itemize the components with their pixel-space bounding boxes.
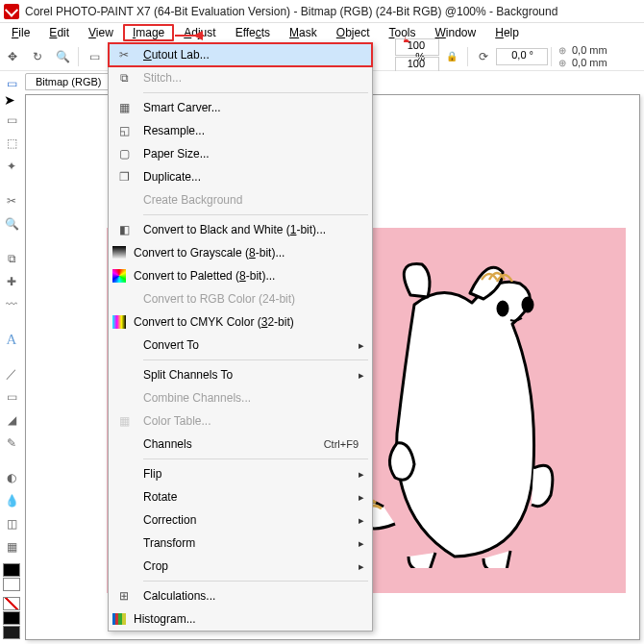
line-tool-icon[interactable]: ／ bbox=[3, 365, 20, 383]
bw-icon: ◧ bbox=[112, 221, 136, 238]
menu-split-channels[interactable]: Split Channels To bbox=[109, 363, 372, 386]
menu-combine-channels: Combine Channels... bbox=[109, 386, 372, 409]
menu-image[interactable]: Image bbox=[123, 24, 174, 41]
menu-channels[interactable]: Channels Ctrl+F9 bbox=[109, 433, 372, 456]
pointer-tool-icon[interactable]: ➤ bbox=[4, 92, 15, 108]
menu-convert-bw[interactable]: ◧ Convert to Black and White (1-bit)... bbox=[109, 218, 372, 241]
menu-calculations[interactable]: ⊞ Calculations... bbox=[109, 584, 372, 607]
offset-y[interactable]: 0,0 mm bbox=[568, 57, 611, 68]
offset-x[interactable]: 0,0 mm bbox=[568, 44, 611, 56]
menu-convert-rgb: Convert to RGB Color (24-bit) bbox=[109, 287, 372, 310]
marquee-icon[interactable]: ⬚ bbox=[3, 135, 20, 152]
annotation-arrow-1 bbox=[175, 35, 204, 37]
menu-convert-to[interactable]: Convert To bbox=[109, 334, 372, 357]
scissors-icon: ✂ bbox=[112, 46, 136, 63]
menu-duplicate[interactable]: ❐ Duplicate... bbox=[109, 165, 372, 188]
separator bbox=[551, 47, 552, 66]
rotate-icon[interactable]: ↻ bbox=[27, 46, 48, 67]
palette-icon bbox=[112, 269, 126, 283]
calculator-icon: ⊞ bbox=[112, 587, 136, 605]
swatch-black2[interactable] bbox=[3, 611, 20, 625]
app-icon bbox=[4, 4, 19, 19]
menu-histogram[interactable]: Histogram... bbox=[109, 607, 372, 631]
menu-effects[interactable]: Effects bbox=[226, 24, 280, 41]
separator bbox=[143, 581, 368, 582]
separator bbox=[143, 92, 368, 93]
offset-y-icon: ⊕ bbox=[558, 58, 566, 68]
image-menu-dropdown: ✂ Cutout Lab... ⧉ Stitch... ▦ Smart Carv… bbox=[108, 42, 373, 632]
stitch-icon: ⧉ bbox=[112, 69, 136, 87]
window-title: Corel PHOTO-PAINT X7 (64-Bit Evaluation … bbox=[25, 5, 557, 18]
text-tool-icon[interactable]: A bbox=[3, 331, 20, 348]
menu-smart-carver[interactable]: ▦ Smart Carver... bbox=[109, 96, 372, 119]
menu-help[interactable]: Help bbox=[485, 24, 529, 41]
crop-tool-icon[interactable]: ✂ bbox=[3, 192, 20, 210]
brush-tool-icon[interactable]: ✎ bbox=[3, 434, 20, 452]
shortcut: Ctrl+F9 bbox=[324, 438, 359, 450]
color-palette bbox=[2, 562, 23, 640]
menu-mask[interactable]: Mask bbox=[280, 24, 327, 41]
menu-edit[interactable]: Edit bbox=[39, 24, 79, 41]
menu-cutout-lab[interactable]: ✂ Cutout Lab... bbox=[109, 43, 372, 66]
cmyk-icon bbox=[112, 315, 126, 329]
menu-paper-size[interactable]: ▢ Paper Size... bbox=[109, 142, 372, 165]
menu-file[interactable]: File bbox=[2, 24, 39, 41]
rect-select-icon[interactable]: ▭ bbox=[3, 111, 20, 129]
swatch-black[interactable] bbox=[3, 563, 20, 577]
menu-convert-cmyk[interactable]: Convert to CMYK Color (32-bit) bbox=[109, 310, 372, 334]
menu-object[interactable]: Object bbox=[327, 24, 380, 41]
separator bbox=[143, 214, 368, 215]
document-tab[interactable]: Bitmap (RGB) bbox=[25, 73, 111, 90]
carver-icon: ▦ bbox=[112, 99, 136, 116]
titlebar: Corel PHOTO-PAINT X7 (64-Bit Evaluation … bbox=[0, 0, 644, 23]
lock-icon[interactable]: 🔒 bbox=[441, 46, 462, 67]
eraser-icon[interactable]: ◫ bbox=[3, 515, 20, 533]
svg-point-3 bbox=[523, 298, 533, 311]
separator bbox=[78, 47, 79, 66]
fill-tool-icon[interactable]: ◢ bbox=[3, 411, 20, 429]
resample-icon: ◱ bbox=[112, 122, 136, 139]
menu-transform[interactable]: Transform bbox=[109, 532, 372, 555]
zoom-tool-icon[interactable]: 🔍 bbox=[3, 215, 20, 233]
separator bbox=[143, 359, 368, 360]
offset-x-icon: ⊕ bbox=[558, 45, 566, 56]
eyedropper-icon[interactable]: 💧 bbox=[3, 492, 20, 509]
menu-flip[interactable]: Flip bbox=[109, 462, 372, 485]
menu-create-bg: Create Background bbox=[109, 188, 372, 211]
menu-color-table: ▦ Color Table... bbox=[109, 409, 372, 433]
separator bbox=[467, 47, 468, 66]
pick-tool-icon[interactable]: ▭ bbox=[3, 75, 20, 92]
histogram-icon bbox=[112, 613, 126, 625]
clone-tool-icon[interactable]: ⧉ bbox=[3, 250, 20, 267]
swatch-gray[interactable] bbox=[3, 626, 20, 639]
transparency-icon[interactable]: ◐ bbox=[3, 469, 20, 486]
heal-tool-icon[interactable]: ✚ bbox=[3, 273, 20, 290]
menu-crop[interactable]: Crop bbox=[109, 555, 372, 578]
menu-correction[interactable]: Correction bbox=[109, 508, 372, 532]
menu-rotate[interactable]: Rotate bbox=[109, 485, 372, 508]
angle-field[interactable]: 0,0 ° bbox=[496, 48, 548, 65]
duplicate-icon: ❐ bbox=[112, 168, 136, 186]
menu-view[interactable]: View bbox=[79, 24, 123, 41]
menu-stitch: ⧉ Stitch... bbox=[109, 66, 372, 89]
zoom-field-1[interactable]: 100 % bbox=[395, 38, 439, 56]
wand-icon[interactable]: ✦ bbox=[3, 158, 20, 175]
menu-convert-paletted[interactable]: Convert to Paletted (8-bit)... bbox=[109, 264, 372, 287]
zoom-icon[interactable]: 🔍 bbox=[52, 46, 73, 67]
pan-tool-icon[interactable]: ✥ bbox=[2, 46, 23, 67]
swatch-none[interactable] bbox=[3, 597, 20, 610]
gray-icon bbox=[112, 246, 126, 260]
shape-tool-icon[interactable]: ▭ bbox=[3, 388, 20, 406]
character-right bbox=[347, 251, 558, 568]
tool-palette: ▭ ▭ ⬚ ✦ ✂ 🔍 ⧉ ✚ 〰 A ／ ▭ ◢ ✎ ◐ 💧 ◫ ▦ bbox=[0, 71, 23, 644]
menubar: File Edit View Image Adjust Effects Mask… bbox=[0, 23, 644, 42]
menu-convert-gray[interactable]: Convert to Grayscale (8-bit)... bbox=[109, 241, 372, 264]
shadow-icon[interactable]: ▦ bbox=[3, 538, 20, 556]
liquid-tool-icon[interactable]: 〰 bbox=[3, 296, 20, 313]
table-icon: ▦ bbox=[112, 412, 136, 430]
swatch-white[interactable] bbox=[3, 578, 20, 591]
paper-icon: ▢ bbox=[112, 145, 136, 162]
page-icon[interactable]: ▭ bbox=[84, 46, 105, 67]
menu-resample[interactable]: ◱ Resample... bbox=[109, 119, 372, 142]
rotate-angle-icon: ⟳ bbox=[473, 46, 494, 67]
